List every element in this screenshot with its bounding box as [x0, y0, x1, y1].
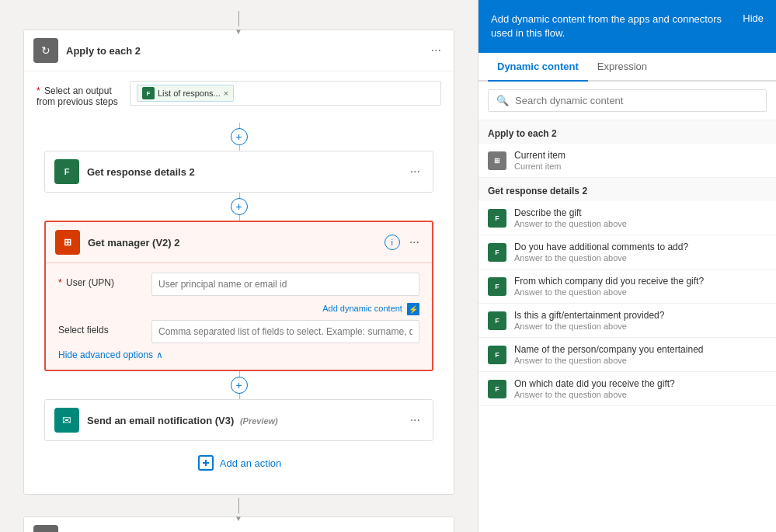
dynamic-item-5[interactable]: F On which date did you receive the gift… [478, 372, 776, 406]
inner-plus-connector-1: + [37, 123, 441, 151]
inner-plus-btn-3[interactable]: + [231, 377, 248, 394]
panel-tabs: Dynamic content Expression [478, 53, 776, 82]
search-box: 🔍 [488, 89, 767, 112]
dynamic-item-2-title: From which company did you receive the g… [514, 276, 767, 287]
dynamic-item-1[interactable]: F Do you have additional comments to add… [478, 235, 776, 269]
current-item-text: Current item Current item [514, 150, 767, 171]
tab-dynamic-content[interactable]: Dynamic content [488, 53, 588, 82]
apply-each-2-body: * Select an output from previous steps F… [24, 71, 454, 123]
send-email-block: ✉ Send an email notification (V3) (Previ… [44, 399, 433, 441]
add-dynamic-link-row: Add dynamic content ⚡ [58, 302, 419, 315]
apply-each-bottom-icon: ↻ [33, 525, 58, 532]
dynamic-item-5-sub: Answer to the question above [514, 390, 767, 399]
get-manager-body: * User (UPN) Add dynamic content ⚡ [46, 263, 432, 370]
dynamic-item-2-text: From which company did you receive the g… [514, 276, 767, 297]
add-dynamic-icon: ⚡ [407, 303, 419, 315]
send-email-menu[interactable]: ··· [407, 410, 423, 430]
dynamic-item-3-sub: Answer to the question above [514, 322, 767, 331]
dynamic-item-1-sub: Answer to the question above [514, 253, 767, 263]
apply-each-2-block: ↻ Apply to each 2 ··· * Select an output… [23, 30, 454, 495]
inner-plus-btn-2[interactable]: + [231, 198, 248, 215]
apply-each-2-header[interactable]: ↻ Apply to each 2 ··· [24, 30, 454, 71]
dynamic-item-3-icon: F [488, 311, 506, 330]
dynamic-item-4-text: Name of the person/company you entertain… [514, 344, 767, 365]
dynamic-item-5-text: On which date did you receive the gift? … [514, 378, 767, 399]
select-fields-input[interactable] [151, 320, 419, 343]
top-arrow-connector [16, 8, 462, 30]
inner-plus-btn-1[interactable]: + [231, 128, 248, 145]
bottom-arrow-connector [16, 495, 462, 516]
info-icon[interactable]: i [385, 235, 400, 250]
add-action-row[interactable]: Add an action [37, 441, 441, 485]
get-response-title: Get response details 2 [87, 166, 407, 178]
dynamic-item-2-icon: F [488, 277, 506, 296]
dynamic-item-4-sub: Answer to the question above [514, 356, 767, 365]
user-upn-input[interactable] [151, 273, 419, 296]
get-response-block: F Get response details 2 ··· [44, 151, 433, 193]
select-fields-row: Select fields [58, 320, 419, 343]
dynamic-item-3[interactable]: F Is this a gift/entertainment provided?… [478, 304, 776, 338]
get-response-icon: F [54, 159, 79, 184]
section-apply-each-2: Apply to each 2 [478, 120, 776, 144]
search-input[interactable] [515, 95, 758, 106]
current-item-sub: Current item [514, 162, 767, 171]
get-manager-block: ⊞ Get manager (V2) 2 i ··· * User (UPN) [44, 221, 433, 371]
dynamic-item-0-text: Describe the gift Answer to the question… [514, 207, 767, 228]
panel-hide-btn[interactable]: Hide [743, 12, 764, 24]
tab-expression[interactable]: Expression [588, 53, 656, 82]
select-output-label: * Select an output from previous steps [37, 81, 130, 107]
inner-plus-connector-3: + [37, 371, 441, 399]
token-forms-icon: F [142, 87, 155, 99]
current-item-icon: ⊞ [488, 151, 506, 170]
arrow-down-icon [238, 11, 239, 26]
hide-advanced-btn[interactable]: Hide advanced options ∧ [58, 349, 419, 360]
select-fields-label: Select fields [58, 320, 151, 336]
add-dynamic-content-link[interactable]: Add dynamic content ⚡ [322, 304, 419, 313]
dynamic-item-4[interactable]: F Name of the person/company you enterta… [478, 338, 776, 372]
get-response-menu[interactable]: ··· [407, 162, 423, 182]
panel-header: Add dynamic content from the apps and co… [478, 0, 776, 53]
panel-content: Apply to each 2 ⊞ Current item Current i… [478, 120, 776, 532]
dynamic-item-2-sub: Answer to the question above [514, 287, 767, 297]
user-upn-row: * User (UPN) [58, 273, 419, 296]
bottom-arrow-down [238, 498, 239, 513]
get-manager-menu[interactable]: ··· [406, 232, 423, 252]
dynamic-item-5-icon: F [488, 380, 506, 398]
get-response-header[interactable]: F Get response details 2 ··· [45, 151, 433, 192]
dynamic-item-4-icon: F [488, 346, 506, 364]
apply-each-2-menu[interactable]: ··· [428, 40, 444, 61]
required-star: * [37, 85, 40, 96]
dynamic-item-1-title: Do you have additional comments to add? [514, 242, 767, 252]
dynamic-item-0-icon: F [488, 209, 506, 228]
section-get-response: Get response details 2 [478, 178, 776, 201]
main-canvas: ↻ Apply to each 2 ··· * Select an output… [0, 0, 776, 532]
email-icon: ✉ [54, 408, 79, 433]
get-manager-icon: ⊞ [55, 230, 80, 255]
dynamic-item-3-title: Is this a gift/entertainment provided? [514, 310, 767, 321]
select-output-row: * Select an output from previous steps F… [37, 81, 441, 107]
current-item-title: Current item [514, 150, 767, 161]
get-manager-header[interactable]: ⊞ Get manager (V2) 2 i ··· [46, 222, 432, 263]
user-required-star: * [58, 277, 62, 288]
dynamic-item-2[interactable]: F From which company did you receive the… [478, 269, 776, 304]
apply-each-2-icon: ↻ [33, 38, 58, 63]
dynamic-panel: Add dynamic content from the apps and co… [478, 0, 776, 532]
dynamic-item-0[interactable]: F Describe the gift Answer to the questi… [478, 201, 776, 235]
apply-each-bottom-menu[interactable]: ··· [428, 527, 444, 532]
get-manager-title: Get manager (V2) 2 [88, 237, 385, 249]
add-action-icon [197, 454, 215, 472]
send-email-title: Send an email notification (V3) (Preview… [87, 415, 407, 426]
apply-each-2-title: Apply to each 2 [66, 45, 428, 57]
send-email-header[interactable]: ✉ Send an email notification (V3) (Previ… [45, 400, 433, 440]
token-close-btn[interactable]: × [224, 89, 228, 98]
user-upn-label: * User (UPN) [58, 273, 151, 288]
token-container[interactable]: F List of respons... × [130, 81, 441, 106]
dynamic-item-current-item[interactable]: ⊞ Current item Current item [478, 144, 776, 178]
panel-search: 🔍 [478, 82, 776, 120]
chevron-up-icon: ∧ [156, 349, 163, 360]
dynamic-item-4-title: Name of the person/company you entertain… [514, 344, 767, 355]
panel-header-text: Add dynamic content from the apps and co… [491, 12, 730, 40]
token-chip: F List of respons... × [137, 85, 234, 102]
dynamic-item-0-title: Describe the gift [514, 207, 767, 218]
search-icon: 🔍 [496, 95, 509, 106]
